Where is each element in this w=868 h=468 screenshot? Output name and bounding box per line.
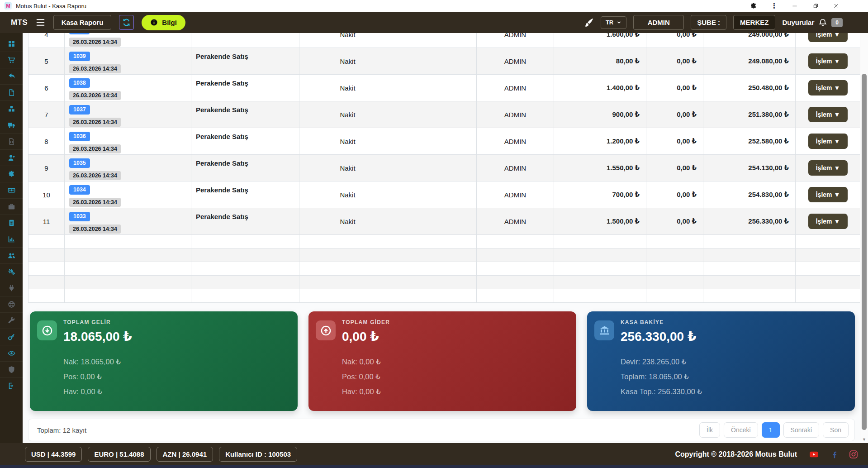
record-id-badge[interactable]: 1035	[69, 158, 90, 168]
sidebar-item-access[interactable]	[0, 329, 23, 345]
pagination-prev[interactable]: Önceki	[724, 422, 758, 438]
wrench-icon	[8, 317, 15, 325]
grid-icon	[8, 40, 15, 48]
empty-table-row	[28, 262, 861, 276]
pagination-first[interactable]: İlk	[699, 422, 720, 438]
cubes-icon	[8, 105, 15, 113]
row-action-label: İşlem ▼	[816, 191, 840, 198]
row-number: 11	[43, 218, 50, 225]
branch-value-button[interactable]: MERKEZ	[733, 15, 775, 30]
sidebar-item-shipping[interactable]	[0, 117, 23, 134]
instagram-icon[interactable]	[849, 450, 858, 459]
record-id-badge[interactable]: 1033	[69, 212, 90, 221]
record-id-badge[interactable]: 1038	[69, 78, 90, 88]
page-title-button[interactable]: Kasa Raporu	[53, 15, 112, 30]
sidebar-item-connections[interactable]	[0, 280, 23, 296]
sidebar-item-e-documents[interactable]	[0, 134, 23, 150]
extensions-puzzle-icon[interactable]	[750, 2, 757, 10]
sidebar-item-reports[interactable]	[0, 231, 23, 248]
row-action-button[interactable]: İşlem ▼	[808, 33, 848, 42]
refresh-button[interactable]	[119, 15, 134, 30]
row-action-button[interactable]: İşlem ▼	[808, 134, 848, 149]
sidebar-item-pos[interactable]	[0, 215, 23, 231]
sidebar-item-products[interactable]	[0, 101, 23, 117]
table-row: 5103926.03.2026 14:34Perakende SatışNaki…	[28, 48, 861, 75]
balance-card-label: KASA BAKİYE	[621, 319, 846, 325]
sidebar-item-tools[interactable]	[0, 313, 23, 329]
user-name: ADMIN	[504, 84, 526, 92]
row-action-button[interactable]: İşlem ▼	[808, 53, 848, 69]
sidebar-item-dashboard[interactable]	[0, 36, 23, 52]
payment-type: Nakit	[340, 84, 355, 92]
expense-amount: 0,00 ₺	[677, 57, 697, 65]
income-card-label: TOPLAM GELİR	[63, 319, 289, 325]
facebook-icon[interactable]	[830, 450, 839, 459]
bell-icon	[818, 18, 827, 27]
record-id-badge[interactable]: 1037	[69, 105, 90, 115]
sidebar-item-customers[interactable]	[0, 150, 23, 166]
sidebar-item-documents[interactable]	[0, 85, 23, 101]
chart-icon	[8, 235, 15, 243]
sidebar-item-finance[interactable]	[0, 199, 23, 215]
maximize-restore-button[interactable]	[812, 2, 819, 10]
sidebar-item-user-groups[interactable]	[0, 248, 23, 264]
theme-brush-icon[interactable]	[584, 18, 594, 28]
sidebar-item-returns[interactable]	[0, 68, 23, 85]
usd-rate-chip: USD | 44.3599	[25, 447, 82, 462]
hamburger-menu-icon[interactable]	[35, 17, 46, 28]
info-button[interactable]: Bilgi	[142, 15, 185, 30]
key-icon	[8, 333, 15, 341]
record-id-badge[interactable]: 1036	[69, 132, 90, 141]
youtube-icon[interactable]	[808, 450, 820, 459]
record-id-badge[interactable]	[69, 33, 90, 34]
shield-icon	[8, 366, 15, 373]
filecode-icon	[8, 138, 15, 145]
description-text: Perakende Satış	[196, 186, 248, 194]
pagination-next[interactable]: Sonraki	[783, 422, 819, 438]
pagination-last[interactable]: Son	[823, 422, 849, 438]
truck-icon	[8, 121, 15, 129]
cart-icon	[8, 56, 15, 64]
sidebar-item-sales[interactable]	[0, 52, 23, 68]
row-action-button[interactable]: İşlem ▼	[808, 107, 848, 122]
browser-menu-icon[interactable]: ⋮	[771, 2, 778, 10]
pagination-page-1[interactable]: 1	[762, 422, 780, 438]
record-id-badge[interactable]: 1034	[69, 185, 90, 195]
row-action-button[interactable]: İşlem ▼	[808, 160, 848, 176]
close-button[interactable]	[833, 2, 840, 10]
vertical-scrollbar[interactable]: ▼	[860, 33, 868, 443]
sidebar-item-web[interactable]	[0, 296, 23, 313]
row-action-button[interactable]: İşlem ▼	[808, 214, 848, 229]
divider	[63, 351, 289, 351]
azn-rate-chip: AZN | 26.0941	[157, 447, 213, 462]
row-action-button[interactable]: İşlem ▼	[808, 187, 848, 202]
income-amount: 1.400,00 ₺	[607, 84, 640, 92]
scrollbar-thumb[interactable]	[862, 74, 867, 430]
payment-type: Nakit	[340, 57, 355, 65]
announcements[interactable]: Duyurular 0	[782, 18, 843, 27]
sidebar-item-security[interactable]	[0, 362, 23, 378]
income-amount: 900,00 ₺	[612, 110, 640, 119]
sidebar-item-integrations[interactable]	[0, 166, 23, 182]
minimize-button[interactable]	[791, 2, 798, 10]
info-button-label: Bilgi	[162, 19, 177, 26]
language-select[interactable]: TR	[601, 16, 626, 29]
record-datetime-badge: 26.03.2026 14:34	[69, 171, 121, 180]
gears-icon	[8, 268, 15, 276]
row-action-button[interactable]: İşlem ▼	[808, 80, 848, 96]
sidebar-item-settings[interactable]	[0, 264, 23, 280]
balance-total-line: Toplam: 18.065,00 ₺	[621, 372, 846, 381]
sidebar-item-monitoring[interactable]	[0, 345, 23, 362]
admin-user-button[interactable]: ADMIN	[633, 15, 684, 30]
expense-amount: 0,00 ₺	[677, 191, 697, 199]
scrollbar-down-arrow[interactable]: ▼	[860, 437, 868, 442]
table-row: 426.03.2026 14:34NakitADMIN1.600,00 ₺0,0…	[28, 33, 861, 48]
sidebar-item-logout[interactable]	[0, 378, 23, 394]
pagination: İlk Önceki 1 Sonraki Son	[699, 422, 849, 438]
calculator-icon	[8, 219, 15, 227]
balance-amount: 254.130,00 ₺	[748, 164, 789, 172]
expense-amount: 0,00 ₺	[677, 110, 697, 119]
sidebar-item-cash[interactable]	[0, 182, 23, 199]
record-id-badge[interactable]: 1039	[69, 52, 90, 61]
branch-label-button[interactable]: ŞUBE :	[691, 15, 726, 30]
